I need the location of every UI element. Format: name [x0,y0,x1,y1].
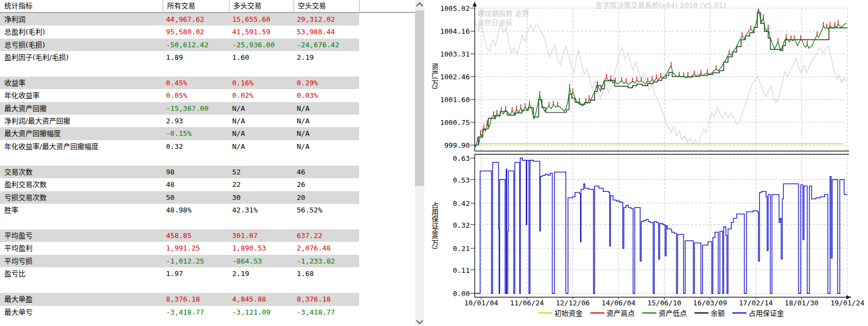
x-tick-label: 18/01/30 [784,299,819,307]
row-value: 48.98% [163,204,229,216]
row-value: 26 [293,178,359,191]
table-group: 最大单盈8,376.184,845.888,376.18最大单亏-3,418.7… [0,293,415,318]
table-row[interactable]: 总盈利(毛利)95,580.0241,591.5953,988.44 [0,26,359,38]
lower-axis-title: 占用保证金(万) [431,202,439,249]
table-row[interactable]: 净利润44,967.6215,655.6029,312.02 [0,13,359,26]
performance-charts[interactable]: 金字塔决策交易系统(x64) 2018 (V5.01)螺纹钢指数 走势自然日坐标… [425,0,868,326]
row-value: 2.93 [163,115,229,127]
row-value: N/A [229,127,293,140]
row-label: 总亏损(毛损) [0,39,163,51]
row-value: N/A [229,102,293,115]
x-tick-label: 16/03/09 [693,299,727,307]
row-label: 盈利因子(毛利/毛损) [0,51,163,64]
legend-swatch [538,312,552,314]
row-label: 年化收益率 [0,89,163,102]
table-row[interactable]: 最大单亏-3,418.77-3,121.09-3,418.77 [0,306,359,318]
row-value: 48 [163,178,229,191]
watermark-line: 螺纹钢指数 走势 [477,9,529,17]
scrollbar-thumb[interactable] [415,10,424,186]
row-label: 净利润 [0,13,163,26]
row-label: 最大资产回撤 [0,102,163,115]
y-tick-label: 999.90 [444,141,470,149]
table-row[interactable]: 年化收益率0.05%0.02%0.03% [0,89,359,102]
y-tick-label: 1001.60 [440,96,470,104]
row-value: 4,845.88 [229,293,293,305]
table-row[interactable]: 年化收益率/最大资产回撤幅度0.32N/AN/A [0,140,359,153]
row-label: 净利润/最大资产回撤 [0,115,163,127]
table-row[interactable]: 亏损交易次数503020 [0,191,359,204]
row-value: -0.15% [163,127,229,140]
table-row[interactable]: 胜率48.98%42.31%56.52% [0,204,359,216]
row-value: 0.02% [229,89,293,102]
table-row[interactable]: 最大资产回撤幅度-0.15%N/AN/A [0,127,359,140]
row-value: 1,890.53 [229,242,293,254]
x-tick-label: 10/01/04 [464,299,499,307]
row-value: 458.85 [163,229,229,242]
table-row[interactable]: 总亏损(毛损)-50,612.42-25,936.00-24,676.42 [0,39,359,51]
row-label: 年化收益率/最大资产回撤幅度 [0,140,163,153]
table-row[interactable]: 平均盈亏458.85301.07637.22 [0,229,359,242]
y-tick-label: 0.42 [453,199,470,208]
vertical-scrollbar[interactable] [415,0,424,326]
legend-label: 初始资金 [554,308,583,318]
row-value: N/A [293,102,359,115]
row-value: -3,121.09 [229,306,293,318]
row-value: 1.68 [293,267,359,280]
table-row[interactable]: 收益率0.45%0.16%0.29% [0,77,359,89]
row-label: 最大单亏 [0,306,163,318]
table-row[interactable]: 最大单盈8,376.184,845.888,376.18 [0,293,359,305]
row-label: 盈亏比 [0,267,163,280]
row-label: 亏损交易次数 [0,191,163,204]
scroll-up-button[interactable] [415,0,424,9]
chart-legend: 初始资金资产高点资产低点余额占用保证金 [475,308,847,318]
column-header-indicator: 统计指标 [0,0,163,12]
y-tick-label: 0.11 [453,266,470,274]
legend-label: 占用保证金 [749,308,784,318]
row-value: -3,418.77 [293,306,359,318]
y-tick-label: 1000.75 [440,118,470,127]
table-row[interactable]: 平均亏损-1,012.25-864.53-1,233.82 [0,255,359,267]
row-value: 0.29% [293,77,359,89]
y-tick-label: 1004.16 [440,27,470,35]
row-label: 总盈利(毛利) [0,26,163,38]
y-tick-label: 0.21 [453,244,470,253]
pyramid-backtest-window: 统计指标 所有交易 多头交易 空头交易 净利润44,967.6215,655.6… [0,0,868,326]
table-row[interactable]: 交易次数985246 [0,166,359,178]
table-row[interactable]: 盈利交易次数482226 [0,178,359,191]
column-header-long-trades: 多头交易 [229,0,293,12]
table-row[interactable]: 净利润/最大资产回撤2.93N/AN/A [0,115,359,127]
row-value: 42.31% [229,204,293,216]
balance-step-line [475,12,847,145]
row-value: 0.45% [163,77,229,89]
table-row[interactable]: 平均盈利1,991.251,890.532,076.48 [0,242,359,254]
row-value: 95,580.02 [163,26,229,38]
legend-item: 资产高点 [590,308,635,318]
statistics-panel: 统计指标 所有交易 多头交易 空头交易 净利润44,967.6215,655.6… [0,0,425,326]
table-row[interactable]: 盈利因子(毛利/毛损)1.891.602.19 [0,51,359,64]
row-value: 8,376.18 [163,293,229,305]
row-value: 22 [229,178,293,191]
row-value: 29,312.02 [293,13,359,26]
y-tick-label: 0.00 [453,290,470,298]
row-value: -50,612.42 [163,39,229,51]
row-value: N/A [229,115,293,127]
scroll-down-button[interactable] [415,317,424,326]
row-value: -1,233.82 [293,255,359,267]
row-value: 0.16% [229,77,293,89]
table-group: 交易次数985246盈利交易次数482226亏损交易次数503020胜率48.9… [0,166,415,216]
legend-item: 余额 [694,308,725,318]
row-value: 1.60 [229,51,293,64]
legend-swatch [590,312,604,314]
x-tick-label: 17/02/14 [739,299,773,307]
equity-low-line [475,9,846,147]
column-header-all-trades: 所有交易 [163,0,229,12]
row-value: 2.19 [293,51,359,64]
table-row[interactable]: 最大资产回撤-15,367.00N/AN/A [0,102,359,115]
legend-label: 资产低点 [659,308,687,318]
table-header: 统计指标 所有交易 多头交易 空头交易 [0,0,415,13]
y-tick-label: 1005.02 [440,4,470,12]
table-row[interactable]: 盈亏比1.972.191.68 [0,267,359,280]
row-value: 637.22 [293,229,359,242]
chart-panel[interactable]: 金字塔决策交易系统(x64) 2018 (V5.01)螺纹钢指数 走势自然日坐标… [425,0,868,326]
row-value: -15,367.00 [163,102,229,115]
